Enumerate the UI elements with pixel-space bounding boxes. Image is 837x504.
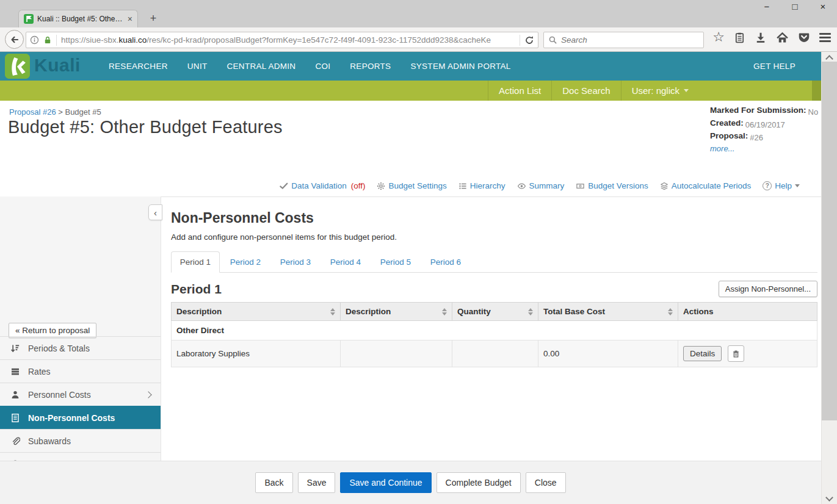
breadcrumb-current: Budget #5 bbox=[65, 107, 101, 117]
nav-unit[interactable]: UNIT bbox=[187, 62, 208, 71]
sidebar-item-rates[interactable]: Rates bbox=[0, 359, 161, 383]
app-header: Kuali RESEARCHER UNIT CENTRAL ADMIN COI … bbox=[0, 52, 821, 81]
layers-icon bbox=[660, 182, 669, 190]
col-actions: Actions bbox=[678, 303, 817, 321]
sidebar-item-periods-totals[interactable]: Periods & Totals bbox=[0, 336, 161, 359]
period-title: Period 1 bbox=[171, 282, 222, 297]
sidebar-item-institutional-commitments[interactable]: Institutional Commitments bbox=[0, 452, 161, 461]
tab-period-2[interactable]: Period 2 bbox=[221, 252, 270, 272]
https-lock-icon[interactable] bbox=[43, 35, 52, 45]
budget-versions-link[interactable]: Budget Versions bbox=[576, 181, 648, 190]
new-tab-button[interactable]: + bbox=[145, 12, 161, 25]
breadcrumb-proposal-link[interactable]: Proposal #26 bbox=[9, 107, 56, 117]
delete-row-button[interactable] bbox=[728, 345, 744, 362]
sidebar-collapse-button[interactable]: ‹ bbox=[148, 204, 162, 220]
sidebar-item-non-personnel-costs[interactable]: Non-Personnel Costs bbox=[0, 406, 161, 429]
window-minimize-button[interactable]: − bbox=[761, 1, 772, 12]
autocalculate-periods-link[interactable]: Autocalculate Periods bbox=[660, 181, 752, 190]
search-box[interactable] bbox=[543, 32, 704, 48]
chevron-down-icon bbox=[795, 184, 800, 187]
details-button[interactable]: Details bbox=[683, 346, 722, 361]
get-help-link[interactable]: GET HELP bbox=[753, 52, 795, 81]
assign-non-personnel-button[interactable]: Assign Non-Personnel... bbox=[719, 281, 817, 297]
kuali-logo-icon[interactable] bbox=[5, 54, 30, 79]
paperclip-icon bbox=[10, 436, 20, 446]
gear-icon bbox=[377, 182, 385, 190]
col-description-1[interactable]: Description bbox=[172, 303, 341, 321]
footer-action-bar: Back Save Save and Continue Complete Bud… bbox=[0, 461, 821, 504]
reload-icon[interactable] bbox=[524, 35, 534, 45]
money-icon bbox=[576, 182, 585, 190]
page-scrollbar[interactable] bbox=[821, 52, 837, 504]
site-info-icon[interactable] bbox=[30, 35, 39, 45]
col-total-base-cost[interactable]: Total Base Cost bbox=[538, 303, 678, 321]
tab-close-icon[interactable]: × bbox=[128, 15, 132, 23]
sort-icon[interactable] bbox=[528, 308, 533, 315]
scrollbar-thumb[interactable] bbox=[822, 62, 837, 420]
data-validation-link[interactable]: Data Validation(off) bbox=[280, 181, 365, 190]
nav-central-admin[interactable]: CENTRAL ADMIN bbox=[226, 62, 295, 71]
col-description-2[interactable]: Description bbox=[341, 303, 452, 321]
action-list-link[interactable]: Action List bbox=[488, 81, 551, 101]
save-and-continue-button[interactable]: Save and Continue bbox=[340, 472, 431, 493]
nav-researcher[interactable]: RESEARCHER bbox=[109, 62, 168, 71]
downloads-icon[interactable] bbox=[755, 31, 767, 43]
budget-settings-link[interactable]: Budget Settings bbox=[377, 181, 446, 190]
hierarchy-list-icon bbox=[458, 182, 467, 190]
pocket-icon[interactable] bbox=[798, 31, 810, 43]
window-close-button[interactable]: × bbox=[817, 1, 828, 12]
url-text[interactable]: https://siue-sbx.kuali.co/res/kc-pd-krad… bbox=[61, 35, 515, 45]
user-menu[interactable]: User: nglick bbox=[621, 81, 699, 101]
back-button[interactable]: Back bbox=[255, 472, 292, 493]
doc-search-link[interactable]: Doc Search bbox=[551, 81, 620, 101]
nav-reports[interactable]: REPORTS bbox=[350, 62, 391, 71]
sidebar-item-personnel-costs[interactable]: Personnel Costs bbox=[0, 383, 161, 406]
home-icon[interactable] bbox=[776, 31, 789, 44]
menu-hamburger-icon[interactable] bbox=[819, 33, 831, 42]
window-maximize-button[interactable]: □ bbox=[789, 1, 800, 12]
meta-proposal: Proposal:#26 bbox=[710, 131, 820, 140]
hierarchy-link[interactable]: Hierarchy bbox=[458, 181, 505, 190]
search-input[interactable] bbox=[561, 35, 699, 45]
help-menu[interactable]: ? Help bbox=[763, 181, 800, 190]
tab-period-3[interactable]: Period 3 bbox=[271, 252, 320, 272]
chevron-right-icon bbox=[145, 391, 151, 398]
tab-period-6[interactable]: Period 6 bbox=[421, 252, 470, 272]
nav-coi[interactable]: COI bbox=[315, 62, 330, 71]
sort-icon[interactable] bbox=[330, 308, 335, 315]
tab-period-5[interactable]: Period 5 bbox=[371, 252, 420, 272]
scroll-down-icon[interactable] bbox=[825, 494, 833, 502]
eye-icon bbox=[517, 182, 526, 190]
col-quantity[interactable]: Quantity bbox=[452, 303, 538, 321]
url-bar[interactable]: https://siue-sbx.kuali.co/res/kc-pd-krad… bbox=[26, 32, 538, 48]
url-divider bbox=[520, 35, 520, 46]
save-button[interactable]: Save bbox=[298, 472, 336, 493]
complete-budget-button[interactable]: Complete Budget bbox=[437, 472, 521, 493]
kuali-brand-text[interactable]: Kuali bbox=[34, 55, 81, 76]
sidebar-item-subawards[interactable]: Subawards bbox=[0, 429, 161, 452]
window-titlebar: Kuali :: Budget #5: Other Bud × + − □ × bbox=[0, 0, 837, 27]
cell-total-base-cost: 0.00 bbox=[538, 340, 678, 367]
cell-description: Laboratory Supplies bbox=[172, 340, 341, 367]
reading-list-icon[interactable] bbox=[734, 31, 745, 44]
nav-system-admin-portal[interactable]: SYSTEM ADMIN PORTAL bbox=[410, 62, 510, 71]
bookmark-star-icon[interactable]: ☆ bbox=[712, 31, 725, 44]
sort-icon[interactable] bbox=[442, 308, 447, 315]
table-row: Laboratory Supplies 0.00 Details bbox=[172, 340, 817, 367]
meta-marked-for-submission: Marked For Submission:No bbox=[710, 106, 820, 115]
browser-tab[interactable]: Kuali :: Budget #5: Other Bud × bbox=[18, 10, 138, 27]
tab-title: Kuali :: Budget #5: Other Bud bbox=[37, 15, 124, 23]
main-panel: Non-Personnel Costs Add and configure no… bbox=[171, 196, 817, 367]
tab-period-4[interactable]: Period 4 bbox=[321, 252, 370, 272]
group-row: Other Direct bbox=[172, 321, 817, 340]
tab-period-1[interactable]: Period 1 bbox=[171, 251, 220, 273]
breadcrumb: Proposal #26 > Budget #5 bbox=[9, 107, 101, 117]
back-navigation-button[interactable] bbox=[5, 30, 24, 49]
more-link[interactable]: more... bbox=[710, 144, 820, 153]
summary-link[interactable]: Summary bbox=[517, 181, 565, 190]
person-icon bbox=[10, 390, 20, 400]
app-nav: RESEARCHER UNIT CENTRAL ADMIN COI REPORT… bbox=[109, 52, 511, 81]
sort-icon[interactable] bbox=[668, 308, 673, 315]
meta-created: Created:06/19/2017 bbox=[710, 118, 820, 128]
close-button[interactable]: Close bbox=[526, 472, 566, 493]
